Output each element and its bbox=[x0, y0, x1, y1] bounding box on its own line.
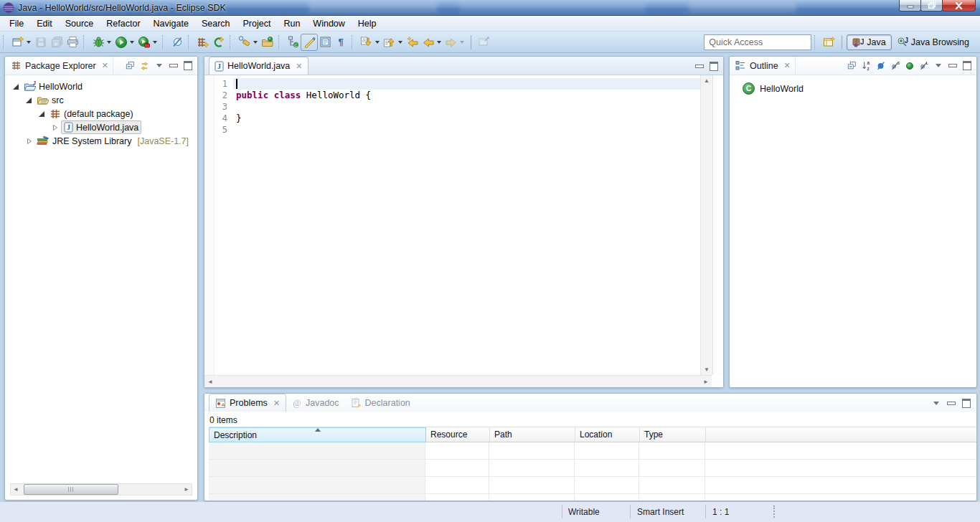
column-description[interactable]: Description bbox=[209, 427, 426, 442]
tree-item-helloworld-java[interactable]: J HelloWorld.java bbox=[5, 120, 197, 134]
maximize-view-icon[interactable] bbox=[709, 62, 718, 70]
open-type-button[interactable] bbox=[260, 34, 275, 50]
skip-breakpoints-button[interactable] bbox=[169, 34, 185, 50]
code-line-3[interactable] bbox=[233, 101, 701, 113]
menu-edit[interactable]: Edit bbox=[30, 17, 59, 30]
selected-tree-item[interactable]: J HelloWorld.java bbox=[61, 120, 141, 134]
maximize-view-icon[interactable] bbox=[961, 399, 971, 407]
menu-navigate[interactable]: Navigate bbox=[147, 17, 195, 30]
save-button[interactable] bbox=[33, 34, 49, 50]
sort-button[interactable]: az bbox=[862, 62, 871, 70]
scrollbar-thumb[interactable] bbox=[24, 484, 118, 495]
code-line-1[interactable] bbox=[233, 78, 701, 90]
mark-occurrences-toggle[interactable] bbox=[301, 34, 317, 50]
new-java-class-button[interactable] bbox=[211, 34, 227, 50]
tab-declaration[interactable]: Declaration bbox=[345, 394, 416, 412]
outline-item-helloworld[interactable]: C HelloWorld bbox=[730, 75, 976, 95]
overview-ruler[interactable] bbox=[714, 75, 723, 375]
scroll-right-icon[interactable]: ► bbox=[182, 484, 192, 495]
minimize-view-icon[interactable] bbox=[946, 399, 956, 407]
tree-item-project[interactable]: J HelloWorld bbox=[5, 80, 197, 93]
new-wizard-button[interactable] bbox=[10, 34, 26, 50]
collapse-all-button[interactable] bbox=[847, 62, 857, 70]
expander-open-icon[interactable] bbox=[38, 111, 47, 117]
minimize-view-icon[interactable] bbox=[169, 62, 178, 70]
perspective-java-browsing-button[interactable]: J Java Browsing bbox=[892, 35, 974, 49]
expander-closed-icon[interactable] bbox=[25, 137, 34, 146]
previous-annotation-dropdown[interactable] bbox=[398, 41, 402, 44]
column-type[interactable]: Type bbox=[640, 427, 706, 442]
close-icon[interactable]: ✕ bbox=[296, 62, 302, 71]
tree-item-jre-library[interactable]: JRE System Library [JavaSE-1.7] bbox=[5, 134, 197, 148]
expander-open-icon[interactable] bbox=[12, 84, 21, 90]
code-line-5[interactable] bbox=[233, 124, 701, 136]
expander-closed-icon[interactable] bbox=[51, 123, 60, 132]
back-button[interactable] bbox=[420, 34, 436, 50]
scroll-left-icon[interactable]: ◄ bbox=[207, 379, 213, 385]
menu-help[interactable]: Help bbox=[352, 17, 383, 30]
menu-file[interactable]: File bbox=[3, 17, 30, 30]
code-line-4[interactable]: } bbox=[233, 113, 701, 124]
show-whitespace-toggle[interactable]: ¶ bbox=[333, 34, 349, 50]
editor-hscrollbar[interactable]: ◄ ► bbox=[204, 375, 712, 387]
hide-local-types-button[interactable]: L bbox=[919, 62, 928, 70]
type-hierarchy-button[interactable]: C bbox=[286, 34, 301, 50]
code-line-2[interactable]: public class HelloWorld { bbox=[233, 90, 701, 101]
pin-editor-button[interactable] bbox=[476, 34, 491, 50]
debug-button[interactable] bbox=[90, 34, 106, 50]
scroll-up-icon[interactable]: ▲ bbox=[701, 77, 712, 84]
view-menu-icon[interactable] bbox=[154, 62, 164, 70]
next-annotation-button[interactable] bbox=[359, 34, 374, 50]
restore-button[interactable] bbox=[920, 0, 943, 11]
close-icon[interactable]: ✕ bbox=[784, 61, 791, 70]
debug-dropdown[interactable] bbox=[107, 41, 111, 44]
column-resource[interactable]: Resource bbox=[426, 427, 490, 442]
print-button[interactable] bbox=[65, 34, 80, 50]
minimize-view-icon[interactable] bbox=[694, 62, 704, 70]
tree-item-default-package[interactable]: (default package) bbox=[5, 107, 197, 120]
package-explorer-hscrollbar[interactable]: ◄ ► bbox=[10, 483, 192, 495]
open-perspective-button[interactable] bbox=[821, 34, 837, 50]
tab-javadoc[interactable]: @ Javadoc bbox=[286, 394, 345, 412]
scroll-right-icon[interactable]: ► bbox=[703, 379, 709, 385]
next-annotation-dropdown[interactable] bbox=[375, 41, 380, 44]
annotation-ruler[interactable] bbox=[204, 75, 215, 375]
package-explorer-tab[interactable]: Package Explorer ✕ bbox=[5, 57, 113, 75]
forward-button[interactable] bbox=[443, 34, 459, 50]
quick-access-input[interactable] bbox=[704, 34, 811, 50]
run-dropdown[interactable] bbox=[130, 41, 134, 44]
menu-project[interactable]: Project bbox=[237, 17, 278, 30]
collapse-all-button[interactable] bbox=[126, 62, 135, 70]
forward-dropdown[interactable] bbox=[460, 41, 464, 44]
tree-item-src[interactable]: src bbox=[5, 93, 197, 107]
editor-vscrollbar[interactable]: ▲ ▼ bbox=[700, 75, 713, 375]
expander-open-icon[interactable] bbox=[25, 98, 34, 103]
external-tools-button[interactable] bbox=[136, 34, 152, 50]
hide-fields-button[interactable] bbox=[876, 62, 885, 70]
show-selected-element-toggle[interactable] bbox=[317, 34, 333, 50]
menu-window[interactable]: Window bbox=[306, 17, 351, 30]
tab-problems[interactable]: Problems ✕ bbox=[209, 394, 286, 412]
save-all-button[interactable] bbox=[49, 34, 65, 50]
link-with-editor-button[interactable] bbox=[140, 62, 149, 70]
search-button[interactable] bbox=[237, 34, 253, 50]
code-editor[interactable]: public class HelloWorld { } bbox=[233, 75, 701, 375]
outline-tab[interactable]: Outline ✕ bbox=[730, 57, 796, 75]
hide-static-members-button[interactable]: S bbox=[890, 62, 900, 70]
run-button[interactable] bbox=[113, 34, 129, 50]
search-dropdown[interactable] bbox=[253, 41, 258, 44]
menu-source[interactable]: Source bbox=[59, 17, 100, 30]
menu-run[interactable]: Run bbox=[277, 17, 306, 30]
column-path[interactable]: Path bbox=[490, 427, 575, 442]
line-number-ruler[interactable]: 1 2 3 4 5 bbox=[215, 75, 233, 375]
back-dropdown[interactable] bbox=[437, 41, 441, 44]
hide-non-public-members-button[interactable] bbox=[905, 62, 914, 70]
view-menu-icon[interactable] bbox=[933, 62, 943, 70]
perspective-java-button[interactable]: J Java bbox=[847, 34, 891, 50]
close-icon[interactable]: ✕ bbox=[273, 399, 280, 408]
column-location[interactable]: Location bbox=[575, 427, 640, 442]
menu-refactor[interactable]: Refactor bbox=[100, 17, 146, 30]
new-java-project-button[interactable] bbox=[195, 34, 211, 50]
minimize-view-icon[interactable] bbox=[948, 62, 957, 70]
close-icon[interactable]: ✕ bbox=[102, 61, 108, 70]
